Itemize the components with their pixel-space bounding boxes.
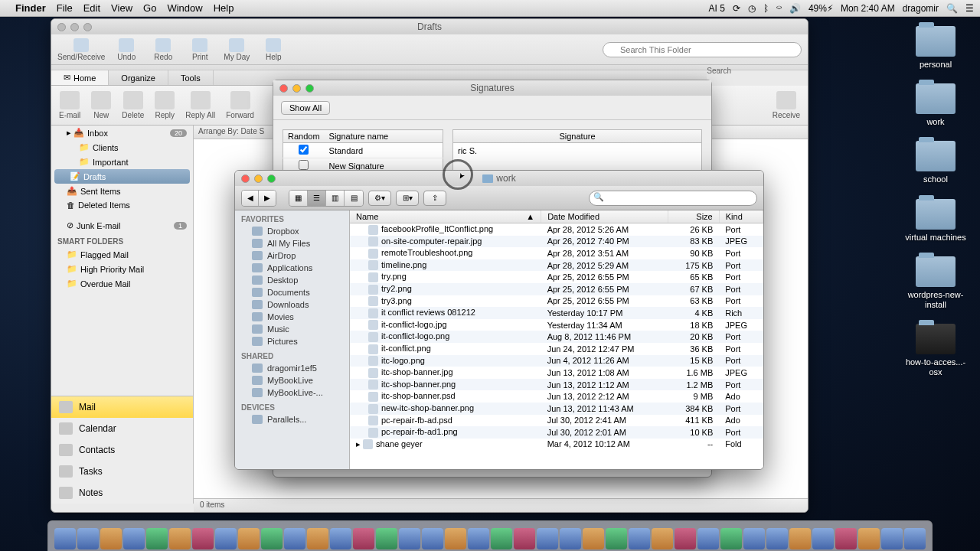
dock-app-32[interactable] [789,528,811,549]
sidebar-all-my-files[interactable]: All My Files [235,237,349,249]
dock-app-24[interactable] [606,528,627,549]
dock-app-22[interactable] [560,528,581,549]
dock-app-4[interactable] [146,528,168,549]
file-row[interactable]: facebookProfile_ItConflict.pngApr 28, 20… [350,223,763,236]
col-random[interactable]: Random [283,130,325,143]
toolbar-sendreceive[interactable]: Send/Receive [57,38,105,61]
clock[interactable]: Mon 2:40 AM [841,3,895,14]
dock-app-26[interactable] [652,528,673,549]
col-kind[interactable]: Kind [719,210,763,223]
desktop-item-personal[interactable]: personal [905,26,966,70]
nav-section-mail[interactable]: Mail [51,396,193,418]
col-sig-name[interactable]: Signature name [325,130,443,143]
dock-app-11[interactable] [307,528,328,549]
desktop-item-school[interactable]: school [905,141,966,184]
nav-drafts[interactable]: 📝 Drafts [54,169,190,184]
file-row[interactable]: itc-shop-banner.jpgJun 13, 2012 1:08 AM1… [350,367,763,379]
finder-search-input[interactable] [589,191,757,206]
ribbon-reply[interactable]: Reply [155,91,175,119]
dock-app-31[interactable] [766,528,788,549]
file-row[interactable]: pc-repair-fb-ad1.pngJul 30, 2012 2:01 AM… [350,426,763,439]
desktop-item-work[interactable]: work [905,83,966,127]
file-row[interactable]: timeline.pngApr 28, 2012 5:29 AM175 KBPo… [350,259,763,272]
dock-app-17[interactable] [445,528,466,549]
menu-window[interactable]: Window [167,2,202,14]
file-row[interactable]: itc-shop-banner.psdJun 13, 2012 2:12 AM9… [350,390,763,403]
file-row[interactable]: it-conflict-logo.pngAug 8, 2012 11:46 PM… [350,331,763,343]
tab-tools[interactable]: Tools [168,70,214,85]
signature-row[interactable]: Standard [283,143,443,158]
back-button[interactable]: ◀ [242,191,259,206]
ribbon-forward[interactable]: Forward [226,91,254,119]
sidebar-dragomir1ef5[interactable]: dragomir1ef5 [235,362,349,374]
dock-app-21[interactable] [537,528,558,549]
sidebar-dropbox[interactable]: Dropbox [235,225,349,237]
dock-app-23[interactable] [583,528,604,549]
toolbar-undo[interactable]: Undo [111,38,142,61]
sidebar-downloads[interactable]: Downloads [235,298,349,311]
file-row[interactable]: ▸ shane geyerMar 4, 2012 10:12 AM--Fold [350,439,763,451]
toolbar-help[interactable]: Help [258,38,289,61]
desktop-item-how-to-acces----osx[interactable]: how-to-acces...-osx [905,324,966,377]
dock-app-15[interactable] [399,528,420,549]
arrange-button[interactable]: ⊞▾ [396,191,419,206]
dock-app-5[interactable] [169,528,191,549]
sync-icon[interactable]: ⟳ [733,3,740,14]
dock-app-10[interactable] [284,528,305,549]
dock-app-18[interactable] [468,528,489,549]
coverflow-view-button[interactable]: ▤ [345,191,363,206]
icon-view-button[interactable]: ▦ [289,191,308,206]
volume-icon[interactable]: 🔊 [789,3,801,14]
file-row[interactable]: remoteTroubleshoot.pngApr 28, 2012 3:51 … [350,247,763,259]
menu-edit[interactable]: Edit [83,2,100,14]
battery-status[interactable]: 49% ⚡︎ [808,3,833,14]
dock-app-28[interactable] [697,528,719,549]
col-name[interactable]: Name ▲ [350,210,541,223]
dock-app-29[interactable] [720,528,742,549]
ribbon-receive[interactable]: Receive [773,91,800,119]
nav-deleted[interactable]: 🗑 Deleted Items [51,198,193,212]
file-row[interactable]: it conflict reviews 081212Yesterday 10:1… [350,307,763,319]
file-row[interactable]: on-site-computer-repair.jpgApr 26, 2012 … [350,236,763,248]
show-all-button[interactable]: Show All [281,101,330,115]
nav-section-calendar[interactable]: Calendar [51,418,193,439]
file-row[interactable]: pc-repair-fb-ad.psdJul 30, 2012 2:41 AM4… [350,415,763,427]
nav-inbox-clients[interactable]: 📁 Clients [51,140,193,155]
dock-app-14[interactable] [376,528,397,549]
sidebar-airdrop[interactable]: AirDrop [235,249,349,262]
smart-overdue-mail[interactable]: 📁 Overdue Mail [51,276,193,291]
username[interactable]: dragomir [903,3,939,14]
sidebar-mybooklive----[interactable]: MyBookLive-... [235,386,349,399]
desktop-item-wordpres-new-install[interactable]: wordpres-new-install [905,256,966,310]
tab-home[interactable]: ✉Home [51,70,109,85]
ribbon-e-mail[interactable]: E-mail [59,91,80,119]
menu-view[interactable]: View [111,2,132,14]
dock-app-1[interactable] [77,528,99,549]
ribbon-reply-all[interactable]: Reply All [185,91,215,119]
col-date-modified[interactable]: Date Modified [541,210,668,223]
spotlight-icon[interactable]: 🔍 [946,3,958,14]
dock-app-0[interactable] [54,528,76,549]
adobe-indicator[interactable]: AI 5 [709,3,725,14]
nav-section-notes[interactable]: Notes [51,482,193,504]
toolbar-print[interactable]: Print [185,38,215,61]
file-row[interactable]: new-itc-shop-banner.pngJun 13, 2012 11:4… [350,403,763,415]
sidebar-parallels---[interactable]: Parallels... [235,413,349,425]
col-size[interactable]: Size [668,210,720,223]
sidebar-mybooklive[interactable]: MyBookLive [235,374,349,386]
file-row[interactable]: itc-logo.pngJun 4, 2012 11:26 AM15 KBPor… [350,355,763,367]
dock-app-9[interactable] [261,528,283,549]
nav-section-tasks[interactable]: Tasks [51,461,193,482]
dock-app-6[interactable] [192,528,214,549]
wifi-icon[interactable]: ⌔ [776,3,782,14]
dock-app-12[interactable] [330,528,351,549]
tab-organize[interactable]: Organize [109,70,168,85]
dock-app-16[interactable] [422,528,443,549]
sidebar-applications[interactable]: Applications [235,262,349,274]
dock-app-35[interactable] [858,528,880,549]
nav-section-contacts[interactable]: Contacts [51,439,193,461]
dock-app-2[interactable] [100,528,122,549]
dock-app-20[interactable] [514,528,535,549]
dock-app-34[interactable] [835,528,857,549]
dock-app-3[interactable] [123,528,145,549]
